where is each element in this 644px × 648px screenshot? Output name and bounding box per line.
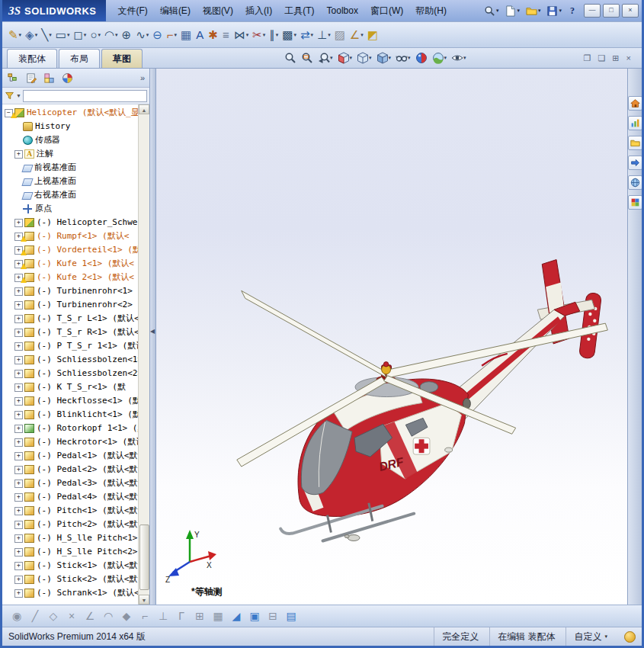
tree-expander[interactable]: + — [14, 438, 23, 447]
headsup-button[interactable]: ▾ — [450, 50, 468, 66]
scrollbar-track[interactable] — [139, 114, 149, 595]
tree-item[interactable]: History — [2, 120, 138, 133]
tree-expander[interactable]: + — [14, 397, 23, 406]
status-icon[interactable] — [624, 631, 636, 643]
tree-item[interactable]: 传感器 — [2, 133, 138, 147]
toolbar-button[interactable]: ⇄ ▾ — [299, 25, 315, 45]
sketch-tool-button[interactable]: ◢ — [228, 608, 245, 624]
tree-expander[interactable]: + — [14, 589, 23, 598]
toolbar-button[interactable]: ▨ — [333, 25, 348, 45]
tree-expander[interactable]: + — [14, 562, 23, 570]
toolbar-button[interactable]: ◠ ▾ — [103, 25, 120, 45]
headsup-button[interactable]: ▾ — [336, 50, 354, 66]
toolbar-button[interactable]: ╲ ▾ — [40, 25, 53, 45]
open-document-button[interactable]: ▾ — [524, 3, 543, 18]
sketch-tool-button[interactable]: ▦ — [210, 608, 226, 624]
tree-item[interactable]: + (-) Schliessbolzen<1> ( — [2, 353, 138, 367]
headsup-button[interactable] — [300, 50, 315, 66]
tree-expander[interactable] — [14, 206, 21, 213]
tree-item[interactable]: + (-) T_S_r R<1> (默认< — [2, 326, 138, 339]
tree-item[interactable]: 前视基准面 — [2, 161, 138, 175]
menu-item[interactable]: 插入(I) — [239, 5, 278, 18]
toolbar-button[interactable]: ◻ ▾ — [72, 25, 88, 45]
window-control-button[interactable]: □ — [603, 4, 620, 18]
tree-item[interactable]: + (-) K T_S_r<1> (默 — [2, 380, 138, 394]
toolbar-button[interactable]: ≡ — [221, 25, 232, 45]
tree-expander[interactable] — [14, 124, 21, 130]
sketch-tool-button[interactable]: ∠ — [82, 608, 98, 624]
toolbar-button[interactable]: ▦ — [179, 25, 194, 45]
taskpane-button[interactable] — [628, 96, 642, 111]
tree-expander[interactable]: + — [14, 150, 23, 159]
tree-expander[interactable]: + — [14, 576, 23, 584]
tree-item[interactable]: + (-) Stick<2> (默认<默认 — [2, 573, 138, 586]
tree-item[interactable]: + (-) H_S_lle Pitch<2> ( — [2, 545, 138, 559]
tree-expander[interactable]: + — [14, 383, 23, 392]
tree-item[interactable]: + (-) T_S_r L<1> (默认< — [2, 312, 138, 326]
tree-expander[interactable] — [14, 165, 21, 172]
tree-expander[interactable]: + — [14, 521, 23, 529]
tree-item[interactable]: + (-) Rotorkopf 1<1> (默认 — [2, 422, 138, 435]
featuremanager-tab[interactable] — [59, 70, 75, 85]
document-window-button[interactable]: ❏ — [598, 53, 605, 63]
collapse-panel-icon[interactable]: ◀ — [150, 328, 155, 335]
menu-item[interactable]: 窗口(W) — [364, 5, 409, 18]
helicopter-model[interactable]: DRF — [156, 69, 627, 605]
tree-expander[interactable]: + — [14, 425, 23, 433]
tree-item[interactable]: + (-) Pitch<2> (默认<默认 — [2, 518, 138, 531]
toolbar-button[interactable]: ✎ ▾ — [7, 25, 23, 45]
new-document-button[interactable]: ▾ — [502, 3, 522, 18]
tree-expander[interactable]: + — [14, 301, 23, 310]
taskpane-button[interactable] — [628, 116, 642, 130]
tree-expander[interactable]: + — [14, 534, 23, 543]
toolbar-button[interactable]: ○ ▾ — [88, 25, 102, 45]
tree-filter-input[interactable] — [23, 90, 147, 102]
toolbar-button[interactable]: ◈ ▾ — [24, 25, 39, 45]
commandmanager-tab[interactable]: 草图 — [101, 49, 143, 68]
tree-item[interactable]: + (-) P T_S_r 1<1> (默认 — [2, 339, 138, 353]
toolbar-button[interactable]: ⊕ — [120, 25, 134, 45]
tree-item[interactable]: + (-) Rumpf<1> (默认< — [2, 229, 138, 243]
toolbar-button[interactable]: ▩ ▾ — [280, 25, 298, 45]
tree-item[interactable]: + (-) Helicopter_Schwei_S — [2, 216, 138, 229]
sketch-tool-button[interactable]: ⊟ — [264, 608, 281, 624]
sketch-tool-button[interactable]: ⌐ — [136, 608, 153, 624]
sketch-tool-button[interactable]: ▤ — [283, 608, 300, 624]
tree-expander[interactable]: + — [14, 548, 23, 557]
tree-item[interactable]: + (-) Kufe 2<1> (默认< — [2, 271, 138, 284]
tree-expander[interactable]: + — [14, 315, 23, 323]
tree-item[interactable]: + (-) Pedal<3> (默认<默认 — [2, 476, 138, 490]
sketch-tool-button[interactable]: ◉ — [8, 608, 25, 624]
filter-caret-icon[interactable]: ▼ — [16, 93, 21, 98]
tree-expander[interactable] — [14, 192, 21, 199]
sketch-tool-button[interactable]: ◇ — [45, 608, 62, 624]
tree-item[interactable]: + (-) Heckrotor<1> (默认< — [2, 435, 138, 449]
headsup-button[interactable] — [414, 50, 429, 66]
tree-expander[interactable]: + — [14, 411, 23, 419]
search-button[interactable]: ▾ — [482, 3, 501, 18]
tree-expander[interactable] — [14, 178, 21, 185]
sketch-tool-button[interactable]: ◠ — [100, 608, 117, 624]
sketch-tool-button[interactable]: ⊥ — [155, 608, 171, 624]
tree-item[interactable]: + (-) Schliessbolzen<2> ( — [2, 367, 138, 380]
headsup-button[interactable]: ▾ — [431, 50, 449, 66]
tree-item[interactable]: + (-) Turbinenrohr<2> (默 — [2, 298, 138, 312]
toolbar-button[interactable]: ⌐ ▾ — [165, 25, 178, 45]
tree-item[interactable]: + (-) Stick<1> (默认<默认 — [2, 559, 138, 573]
tree-item[interactable]: + 注解 — [2, 147, 138, 161]
toolbar-button[interactable]: ✂ ▾ — [251, 25, 267, 45]
toolbar-button[interactable]: ◩ — [366, 25, 380, 45]
headsup-button[interactable]: ▾ — [375, 50, 393, 66]
taskpane-button[interactable] — [628, 156, 642, 170]
tree-expander[interactable]: + — [14, 287, 23, 296]
document-window-button[interactable]: ⊞ — [612, 53, 619, 63]
tree-item[interactable]: + (-) H_S_lle Pitch<1> ( — [2, 531, 138, 545]
sketch-tool-button[interactable]: ◆ — [118, 608, 135, 624]
tree-item[interactable]: + (-) Vorderteil<1> (默 — [2, 243, 138, 257]
tree-expander[interactable]: + — [14, 493, 23, 502]
menu-item[interactable]: 文件(F) — [112, 5, 154, 18]
save-button[interactable]: ▾ — [544, 3, 564, 18]
tree-item[interactable]: 右视基准面 — [2, 188, 138, 202]
taskpane-button[interactable] — [628, 195, 642, 210]
tree-item[interactable]: + (-) Pedal<2> (默认<默认 — [2, 463, 138, 476]
